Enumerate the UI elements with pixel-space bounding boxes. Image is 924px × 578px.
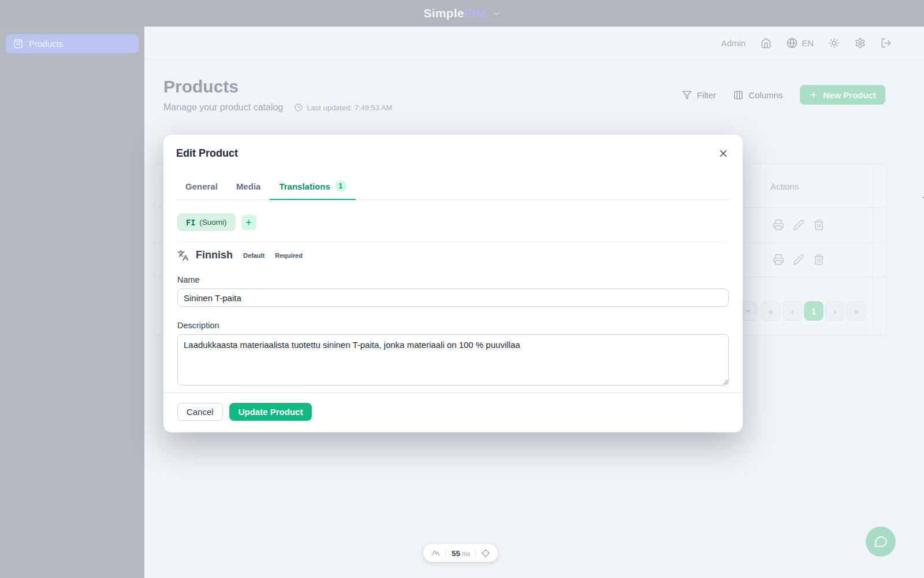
name-field-label: Name: [177, 275, 729, 284]
tab-general-label: General: [185, 181, 218, 191]
tab-media-label: Media: [236, 181, 261, 191]
clock-icon: [295, 103, 303, 112]
user-name: Admin: [721, 38, 746, 48]
description-textarea[interactable]: Laadukkaasta materiaalista tuotettu sini…: [177, 334, 729, 386]
app-brand: SimplePIM: [424, 6, 486, 20]
columns-label: Columns: [748, 90, 783, 100]
edit-pencil-icon[interactable]: [793, 219, 804, 231]
pagination-page-1-button[interactable]: 1: [804, 301, 824, 321]
translations-count-badge: 1: [335, 180, 346, 192]
latency-graph-icon[interactable]: [431, 549, 441, 557]
brand-accent: PIM: [464, 6, 486, 20]
tab-translations-label: Translations: [279, 181, 330, 191]
sidebar: Products: [0, 27, 144, 578]
target-crosshair-icon[interactable]: [481, 549, 490, 558]
pagination-prev-button[interactable]: ‹: [783, 301, 802, 321]
devtools-pill: 55ms: [423, 544, 498, 562]
language-chip-row: FI (Suomi) +: [177, 213, 729, 231]
plus-icon: [809, 90, 818, 99]
translate-languages-icon: [177, 250, 189, 261]
divider: [446, 549, 446, 557]
divider: [475, 549, 476, 557]
edit-pencil-icon[interactable]: [793, 254, 804, 265]
edit-product-modal: Edit Product General Media Translations …: [163, 135, 743, 432]
page-header: Products Manage your product catalog Las…: [144, 60, 924, 113]
language-code: EN: [802, 38, 814, 48]
modal-tabs: General Media Translations 1: [176, 175, 730, 200]
latency-value: 55ms: [452, 548, 470, 558]
app-topbar: SimplePIM: [0, 0, 924, 27]
pagination-last-button[interactable]: »: [847, 301, 866, 321]
tab-translations[interactable]: Translations 1: [270, 175, 355, 200]
page-subtitle: Manage your product catalog: [163, 102, 283, 113]
columns-button[interactable]: Columns: [733, 90, 783, 100]
default-badge: Default: [243, 252, 264, 259]
filter-funnel-icon: [682, 90, 692, 100]
update-product-button[interactable]: Update Product: [229, 403, 312, 421]
table-column-divider: [873, 164, 873, 335]
section-language-title: Finnish: [196, 249, 233, 261]
logout-icon[interactable]: [881, 38, 892, 49]
required-badge: Required: [275, 252, 303, 259]
pagination-first-button[interactable]: «: [761, 301, 781, 321]
globe-icon: [787, 38, 798, 49]
brand-chevron-down-icon[interactable]: [492, 9, 501, 18]
shopping-bag-icon: [13, 39, 23, 49]
last-updated-text: Last updated: 7:49:53 AM: [307, 103, 392, 112]
close-icon[interactable]: [718, 148, 729, 159]
table-row-actions: [773, 219, 825, 231]
home-icon[interactable]: [761, 38, 772, 49]
settings-gear-icon[interactable]: [855, 38, 866, 49]
page-title: Products: [163, 77, 392, 97]
finnish-translation-section: Finnish Default Required Name Descriptio…: [177, 241, 729, 388]
add-language-button[interactable]: +: [241, 215, 256, 230]
delete-trash-icon[interactable]: [813, 219, 825, 231]
pagination: « ‹ 1 › »: [761, 301, 866, 321]
sidebar-item-products[interactable]: Products: [6, 34, 139, 53]
delete-trash-icon[interactable]: [813, 254, 825, 265]
language-chip-name: (Suomi): [199, 218, 226, 227]
brand-primary: Simple: [424, 6, 464, 20]
chat-bubble-icon: [873, 534, 888, 549]
columns-icon: [733, 90, 743, 100]
description-field-label: Description: [177, 321, 729, 330]
print-icon[interactable]: [773, 219, 784, 231]
filter-label: Filter: [697, 90, 716, 100]
actions-column-header: Actions: [770, 181, 799, 191]
modal-title: Edit Product: [176, 147, 238, 160]
cancel-button[interactable]: Cancel: [177, 403, 223, 421]
sidebar-item-label: Products: [29, 39, 63, 49]
modal-footer: Cancel Update Product: [163, 392, 743, 432]
theme-sun-icon[interactable]: [829, 38, 840, 49]
user-toolbar: Admin EN: [144, 27, 924, 60]
tab-media[interactable]: Media: [227, 175, 270, 200]
chevron-down-icon: [744, 307, 752, 315]
last-updated: Last updated: 7:49:53 AM: [295, 103, 392, 112]
new-product-label: New Product: [823, 90, 876, 100]
table-row-actions: [773, 254, 825, 265]
language-chip-code: FI: [186, 218, 195, 227]
tab-general[interactable]: General: [176, 175, 227, 200]
chat-bubble-button[interactable]: [866, 527, 896, 557]
print-icon[interactable]: [773, 254, 784, 265]
new-product-button[interactable]: New Product: [800, 85, 885, 105]
pagination-next-button[interactable]: ›: [825, 301, 845, 321]
filter-button[interactable]: Filter: [682, 90, 716, 100]
language-chip-fi[interactable]: FI (Suomi): [177, 213, 236, 231]
name-input[interactable]: [177, 288, 729, 307]
language-switcher[interactable]: EN: [787, 38, 814, 49]
